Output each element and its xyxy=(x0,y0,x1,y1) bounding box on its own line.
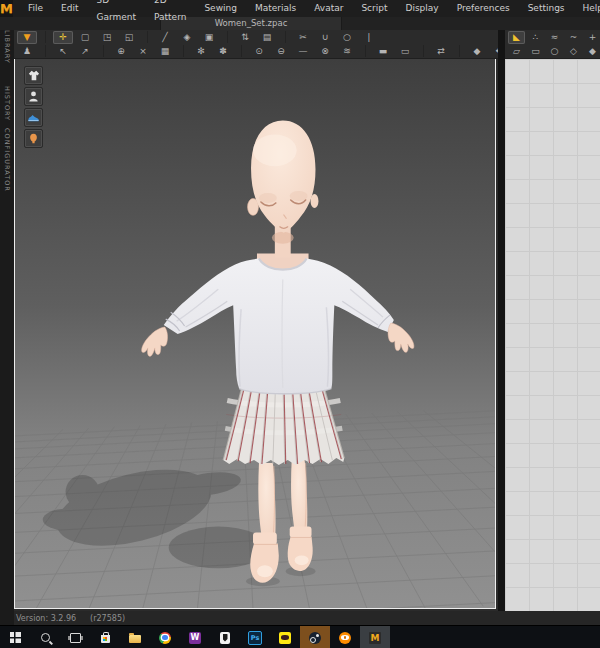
flatten-tool-button[interactable]: ✻ xyxy=(191,45,211,58)
select-move-tool-button[interactable]: ✛ xyxy=(53,31,73,44)
add-point-tool-button[interactable]: + xyxy=(584,31,600,44)
arrangement-point-tool-button[interactable]: ⊕ xyxy=(111,45,131,58)
avatar-size-tool-button[interactable]: ↖ xyxy=(53,45,73,58)
taskbar-steam[interactable] xyxy=(300,626,330,648)
avatar-icon xyxy=(27,90,40,103)
marvelous-designer-icon: M xyxy=(369,632,381,644)
shirt-icon xyxy=(27,69,40,82)
steam-icon xyxy=(309,632,321,644)
menu-3d-garment[interactable]: 3D Garment xyxy=(87,0,145,26)
taskbar-blender[interactable] xyxy=(330,626,360,648)
3d-viewport[interactable] xyxy=(14,58,496,609)
edit-curvature-tool-button[interactable]: ≈ xyxy=(546,31,563,44)
menu-2d-pattern[interactable]: 2D Pattern xyxy=(145,0,195,26)
edit-pattern-2d-tool-button[interactable]: ∴ xyxy=(527,31,544,44)
gizmo-tool-button[interactable]: ▼ xyxy=(17,31,37,44)
taskbar-epic-games[interactable] xyxy=(210,626,240,648)
arrange-points-tool-button[interactable]: ▤ xyxy=(257,31,277,44)
flat-panel-tool-button[interactable]: ▭ xyxy=(395,45,415,58)
menu-preferences[interactable]: Preferences xyxy=(448,0,519,17)
edit-curve-point-tool-button[interactable]: ~ xyxy=(565,31,582,44)
fold-arrangement-tool-icon: ⇅ xyxy=(241,31,249,44)
measure-tool-button[interactable]: ❘ xyxy=(359,31,379,44)
topstitch-tool-button[interactable]: — xyxy=(293,45,313,58)
taskbar-start[interactable] xyxy=(0,626,30,648)
chrome-icon xyxy=(159,632,171,644)
app-logo[interactable]: M xyxy=(0,0,13,17)
symmetry-split-tool-button[interactable]: ⇄ xyxy=(431,45,451,58)
menu-edit[interactable]: Edit xyxy=(52,0,87,17)
menu-help[interactable]: Help xyxy=(574,0,600,17)
store-icon xyxy=(101,635,110,643)
garment-display-toggle[interactable] xyxy=(24,66,43,85)
fitting-suit-tool-button[interactable]: ❖ xyxy=(489,45,498,58)
side-tab-history[interactable]: HISTORY xyxy=(3,86,11,121)
edit-sewing-tool-button[interactable]: ✂ xyxy=(293,31,313,44)
file-explorer-icon xyxy=(129,635,141,643)
word-icon: W xyxy=(189,632,201,644)
pin-tool-button[interactable]: ╱ xyxy=(155,31,175,44)
select-mesh-tool-button[interactable]: ◈ xyxy=(177,31,197,44)
toolbar-separator xyxy=(176,45,184,57)
menu-materials[interactable]: Materials xyxy=(246,0,305,17)
flat-panel-tool-icon: ▭ xyxy=(401,45,410,58)
segment-sewing-tool-button[interactable]: ∪ xyxy=(315,31,335,44)
add-point-tool-icon: + xyxy=(589,31,597,44)
x-ray-joint-tool-button[interactable]: × xyxy=(133,45,153,58)
toolbar-3d-row2: ♟↖↗⊕×▦✻✽⊙⊖—⊗≋▬▭⇄◆❖◉ xyxy=(14,44,498,58)
trace-tool-button[interactable]: ◆ xyxy=(584,45,600,58)
avatar-pose-tool-icon: ↗ xyxy=(81,45,89,58)
rectangle-pattern-tool-button[interactable]: ▭ xyxy=(527,45,544,58)
menu-file[interactable]: File xyxy=(19,0,52,17)
strain-map-tool-button[interactable]: ✽ xyxy=(213,45,233,58)
menu-sewing[interactable]: Sewing xyxy=(195,0,246,17)
polygon-pattern-tool-button[interactable]: ▱ xyxy=(508,45,525,58)
fold-arrangement-tool-button[interactable]: ⇅ xyxy=(235,31,255,44)
garment-display-tool-button[interactable]: ▣ xyxy=(199,31,219,44)
taskbar-search[interactable] xyxy=(30,626,60,648)
epic-games-icon xyxy=(220,632,230,644)
dart-tool-button[interactable]: ◇ xyxy=(565,45,582,58)
flat-measure-tool-button[interactable]: ▬ xyxy=(373,45,393,58)
edit-pattern-tool-button[interactable]: ◳ xyxy=(97,31,117,44)
padlock-tool-button[interactable]: ⊗ xyxy=(315,45,335,58)
rectangle-select-tool-button[interactable]: ▢ xyxy=(75,31,95,44)
menu-settings[interactable]: Settings xyxy=(519,0,574,17)
fitting-garment-tool-button[interactable]: ◆ xyxy=(467,45,487,58)
avatar-pose-tool-button[interactable]: ↗ xyxy=(75,45,95,58)
side-tab-library[interactable]: LIBRARY xyxy=(3,30,11,64)
panel-splitter[interactable] xyxy=(498,30,505,611)
buttonhole-tool-button[interactable]: ⊖ xyxy=(271,45,291,58)
side-tab-configurator[interactable]: CONFIGURATOR xyxy=(3,128,11,192)
transform-pattern-tool-button[interactable]: ◱ xyxy=(119,31,139,44)
zipper-tool-icon: ≋ xyxy=(343,45,351,58)
toolbar-separator xyxy=(358,45,366,57)
taskbar-chrome[interactable] xyxy=(150,626,180,648)
avatar-display-tool-button[interactable]: ♟ xyxy=(17,45,37,58)
taskbar-word[interactable]: W xyxy=(180,626,210,648)
menu-avatar[interactable]: Avatar xyxy=(305,0,352,17)
taskbar-file-explorer[interactable] xyxy=(120,626,150,648)
zipper-tool-button[interactable]: ≋ xyxy=(337,45,357,58)
symmetry-split-tool-icon: ⇄ xyxy=(437,45,445,58)
menu-display[interactable]: Display xyxy=(397,0,448,17)
taskbar-marvelous-designer[interactable]: M xyxy=(360,626,390,648)
taskbar-kakaotalk[interactable] xyxy=(270,626,300,648)
transform-pattern-2d-tool-button[interactable]: ◣ xyxy=(508,31,525,44)
shoes-display-toggle[interactable] xyxy=(24,108,43,127)
taskbar-store[interactable] xyxy=(90,626,120,648)
avatar-display-toggle[interactable] xyxy=(24,87,43,106)
menu-script[interactable]: Script xyxy=(352,0,396,17)
taskbar-task-view[interactable] xyxy=(60,626,90,648)
circle-pattern-tool-button[interactable]: ○ xyxy=(546,45,563,58)
free-sewing-tool-button[interactable]: ○ xyxy=(337,31,357,44)
2d-pattern-panel[interactable] xyxy=(505,58,600,612)
blender-icon xyxy=(339,632,351,644)
taskbar-photoshop[interactable]: Ps xyxy=(240,626,270,648)
head-display-toggle[interactable] xyxy=(24,129,43,148)
avatar-mesh-tool-button[interactable]: ▦ xyxy=(155,45,175,58)
garment-display-tool-icon: ▣ xyxy=(205,31,214,44)
menu-items: FileEdit3D Garment2D PatternSewingMateri… xyxy=(19,0,600,26)
dart-tool-icon: ◇ xyxy=(570,45,577,58)
button-tool-button[interactable]: ⊙ xyxy=(249,45,269,58)
